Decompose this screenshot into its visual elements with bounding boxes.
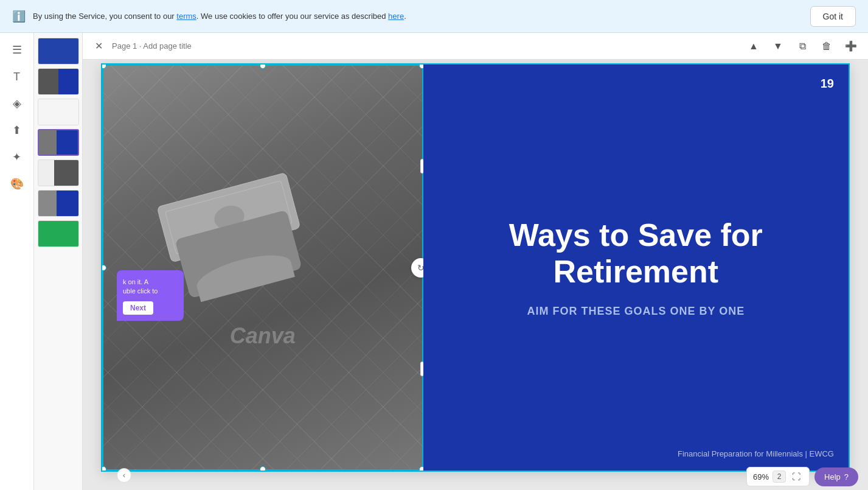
help-icon: ? — [844, 472, 849, 481]
fullscreen-button[interactable]: ⛶ — [790, 471, 803, 483]
slide-title: Ways to Save for Retirement — [448, 217, 824, 290]
thumbnail-4[interactable] — [38, 129, 79, 156]
move-down-button[interactable]: ▼ — [768, 37, 788, 56]
slide-subtitle: AIM FOR THESE GOALS ONE BY ONE — [527, 305, 745, 318]
page-number: 19 — [821, 77, 834, 91]
icon-sidebar: ☰ T ◈ ⬆ ✦ 🎨 — [0, 33, 34, 490]
slide-footer: Financial Preparation for Millennials | … — [678, 449, 834, 458]
thumbnail-7[interactable] — [38, 220, 79, 247]
help-button[interactable]: Help ? — [814, 467, 858, 486]
sidebar-icon-elements[interactable]: ◈ — [5, 91, 29, 116]
toolbar-actions: ▲ ▼ ⧉ 🗑 ➕ — [744, 37, 861, 56]
thumbnail-5[interactable] — [38, 159, 79, 186]
move-up-button[interactable]: ▲ — [744, 37, 763, 56]
here-link[interactable]: here — [388, 12, 404, 21]
info-icon: ℹ️ — [12, 10, 26, 23]
add-page-button[interactable]: ➕ — [841, 37, 861, 56]
page-title-input[interactable] — [112, 41, 739, 51]
thumbnail-panel — [34, 33, 83, 490]
zoom-level: 69% — [753, 472, 769, 481]
money-graphic: Canva — [102, 65, 423, 471]
cookie-text: By using the Service, you consent to our… — [33, 12, 803, 21]
cookie-banner: ℹ️ By using the Service, you consent to … — [0, 0, 868, 33]
slide-canvas: Canva ↻ — [101, 63, 850, 472]
main-layout: ☰ T ◈ ⬆ ✦ 🎨 ✕ ▲ ▼ ⧉ 🗑 ➕ — [0, 33, 868, 490]
sidebar-icon-background[interactable]: 🎨 — [5, 172, 29, 196]
thumbnail-2[interactable] — [38, 68, 79, 95]
got-it-button[interactable]: Got it — [810, 6, 856, 27]
canvas-toolbar: ✕ ▲ ▼ ⧉ 🗑 ➕ — [83, 33, 868, 60]
tooltip-text: k on it. Auble click to — [123, 278, 158, 295]
sidebar-icon-menu[interactable]: ☰ — [5, 38, 29, 62]
page-count-badge: 2 — [773, 471, 786, 483]
watermark: Canva — [230, 323, 296, 349]
close-button[interactable]: ✕ — [90, 38, 107, 55]
sidebar-icon-uploads[interactable]: ⬆ — [5, 118, 29, 142]
tooltip-panel: k on it. Auble click to Next — [117, 270, 184, 321]
thumbnail-1[interactable] — [38, 38, 79, 65]
sidebar-icon-text[interactable]: T — [5, 65, 29, 89]
bottom-bar: 69% 2 ⛶ Help ? — [746, 467, 858, 486]
slide-right-content: 19 Ways to Save for Retirement AIM FOR T… — [423, 65, 849, 471]
terms-link[interactable]: terms — [176, 12, 196, 21]
tooltip-next-button[interactable]: Next — [123, 301, 153, 315]
slide-left-image[interactable]: Canva ↻ — [102, 65, 423, 471]
sidebar-icon-brand[interactable]: ✦ — [5, 145, 29, 169]
zoom-display[interactable]: 69% 2 ⛶ — [746, 467, 810, 486]
canvas-area: ✕ ▲ ▼ ⧉ 🗑 ➕ k on it. Auble click to Next — [83, 33, 868, 490]
thumbnail-6[interactable] — [38, 190, 79, 217]
scroll-left-button[interactable]: ‹ — [117, 468, 131, 483]
help-label: Help — [824, 472, 841, 481]
delete-button[interactable]: 🗑 — [817, 37, 836, 56]
thumbnail-3[interactable] — [38, 99, 79, 125]
duplicate-button[interactable]: ⧉ — [793, 37, 812, 56]
